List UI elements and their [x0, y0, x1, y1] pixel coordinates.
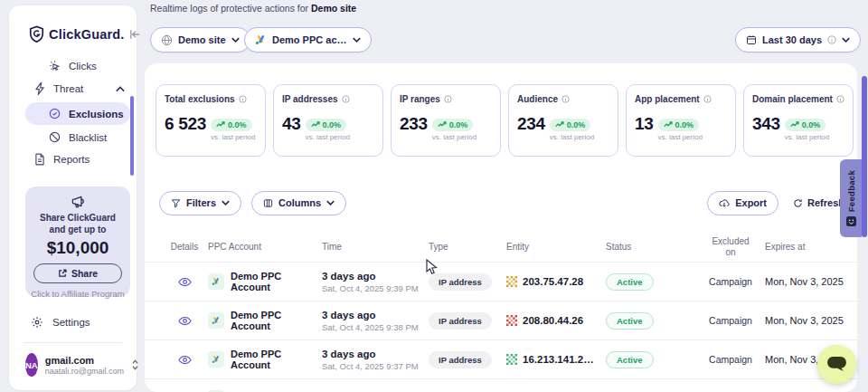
blacklist-prohibited-icon — [49, 131, 61, 143]
column-header: Details — [161, 242, 208, 252]
google-ads-icon — [255, 34, 267, 45]
type-badge: IP address — [429, 351, 492, 368]
table-row[interactable]: Demo PPC Account 3 days ago Sat, Oct 4, … — [145, 262, 857, 301]
share-button[interactable]: Share — [33, 263, 122, 283]
ip-identicon — [506, 276, 517, 287]
entity-value: 203.75.47.28 — [523, 276, 583, 287]
trend-badge: 0.0% — [785, 119, 826, 131]
sidebar-scrollbar[interactable] — [130, 96, 134, 176]
chat-bubble-icon — [827, 357, 846, 372]
columns-button-label: Columns — [278, 197, 321, 208]
table-row[interactable]: Demo PPC Account 3 days ago Sat, Oct 4, … — [145, 301, 857, 339]
trend-badge: 0.0% — [550, 119, 591, 131]
column-header: Time — [322, 242, 429, 252]
ppc-account-name: Demo PPC Account — [231, 310, 322, 331]
sidebar-item-settings[interactable]: Settings — [31, 316, 90, 329]
column-header: Entity — [506, 242, 606, 252]
chevron-up-icon[interactable] — [116, 86, 125, 92]
stat-compare-label: vs. last period — [550, 133, 594, 141]
sidebar-item-exclusions[interactable]: Exclusions — [25, 102, 130, 125]
excluded-on-value: Campaign — [696, 315, 765, 326]
sidebar-item-reports[interactable]: Reports — [34, 153, 90, 166]
ppc-account-name: Demo PPC Account — [231, 349, 322, 370]
view-details-eye-icon[interactable] — [178, 316, 192, 326]
expires-at-value: Mon, Nov 3, 2025 — [765, 315, 855, 326]
table-row[interactable]: Demo PPC Account 3 days ago Sat, Oct 4, … — [145, 339, 857, 378]
export-button[interactable]: Export — [707, 191, 778, 215]
exclusions-check-circle-icon — [49, 108, 61, 120]
sidebar-item-threat[interactable]: Threat — [34, 82, 125, 95]
sidebar-item-label: Threat — [53, 83, 83, 94]
trend-up-icon — [790, 121, 799, 128]
stat-value: 234 — [517, 115, 545, 133]
info-icon[interactable] — [444, 95, 452, 103]
stat-compare-label: vs. last period — [211, 133, 255, 141]
filter-funnel-icon — [171, 198, 181, 208]
clicks-cursor-icon — [49, 60, 61, 72]
info-icon[interactable] — [342, 95, 350, 103]
feedback-tab[interactable]: Feedback — [840, 159, 862, 237]
page-scrollbar[interactable] — [862, 76, 867, 237]
info-icon[interactable] — [561, 95, 570, 103]
account-name: gmail.com — [45, 355, 124, 366]
sidebar-collapse-icon[interactable] — [129, 29, 141, 40]
refresh-icon — [793, 198, 803, 208]
trend-badge: 0.0% — [432, 119, 474, 131]
info-icon[interactable] — [703, 95, 712, 103]
chevron-down-icon — [326, 200, 335, 206]
time-absolute: Sat, Oct 4, 2025 9:37 PM — [322, 361, 429, 371]
stat-card: App placement 13 0.0% vs. last peri — [626, 84, 736, 157]
clickguard-shield-logo-icon — [29, 25, 44, 43]
calendar-icon — [746, 34, 757, 45]
sidebar-item-label: Exclusions — [69, 109, 124, 120]
view-details-eye-icon[interactable] — [178, 355, 192, 365]
google-ads-icon — [208, 273, 224, 290]
expires-at-value: Mon, Nov 3, 2025 — [765, 276, 855, 287]
stat-label: Total exclusions — [165, 94, 235, 104]
excluded-on-value: Campaign — [696, 354, 765, 365]
affiliate-promo-card[interactable]: Share ClickGuard and get up to $10,000 S… — [25, 186, 130, 297]
sidebar-item-clicks[interactable]: Clicks — [49, 60, 97, 72]
table-row[interactable]: 3 days ago — [145, 378, 857, 392]
chevron-down-icon — [222, 200, 230, 206]
view-details-eye-icon[interactable] — [178, 277, 192, 287]
trend-value: 0.0% — [567, 120, 586, 129]
info-icon[interactable] — [836, 95, 844, 103]
stat-compare-label: vs. last period — [432, 133, 476, 141]
ppc-account-name: Demo PPC Account — [231, 271, 322, 292]
account-menu[interactable]: NA gmail.com naatali.ro@gmail.com — [25, 353, 129, 377]
columns-button[interactable]: Columns — [251, 191, 346, 215]
stat-value: 233 — [400, 115, 428, 133]
sidebar-divider — [24, 342, 122, 343]
stat-label: IP addresses — [282, 94, 338, 104]
stat-compare-label: vs. last period — [658, 133, 703, 141]
megaphone-icon — [25, 195, 130, 208]
ppc-filter-label: Demo PPC ac… — [272, 34, 347, 45]
column-header: Type — [429, 242, 506, 252]
stats-row: Total exclusions 6 523 0.0% vs. las — [156, 84, 854, 157]
trend-up-icon — [438, 121, 447, 128]
sidebar: ClickGuard. Clicks Threat Exclusio — [9, 5, 137, 390]
trend-badge: 0.0% — [658, 119, 700, 131]
trend-value: 0.0% — [228, 120, 247, 129]
info-icon[interactable] — [239, 95, 247, 103]
refresh-button-label: Refresh — [807, 197, 844, 208]
trend-value: 0.0% — [802, 120, 821, 129]
sidebar-item-blacklist[interactable]: Blacklist — [49, 131, 107, 143]
stat-value: 343 — [752, 115, 780, 133]
site-filter-dropdown[interactable]: Demo site — [150, 27, 250, 53]
chat-launcher-button[interactable] — [817, 345, 856, 384]
refresh-button[interactable]: Refresh — [793, 197, 844, 208]
filters-button[interactable]: Filters — [159, 191, 241, 215]
date-range-dropdown[interactable]: Last 30 days — [735, 27, 861, 53]
subtitle-prefix: Realtime logs of protective actions for — [150, 3, 311, 14]
ppc-account-filter-dropdown[interactable]: Demo PPC ac… — [244, 27, 372, 53]
affiliate-link-text[interactable]: Click to Affiliate Program — [25, 289, 130, 299]
stat-label: Audience — [517, 94, 558, 104]
brand-header: ClickGuard. — [29, 25, 127, 43]
app-root: ClickGuard. Clicks Threat Exclusio — [0, 0, 868, 392]
trend-value: 0.0% — [449, 120, 468, 129]
stat-value: 13 — [635, 115, 654, 133]
trend-up-icon — [216, 121, 225, 128]
export-button-label: Export — [735, 197, 767, 208]
